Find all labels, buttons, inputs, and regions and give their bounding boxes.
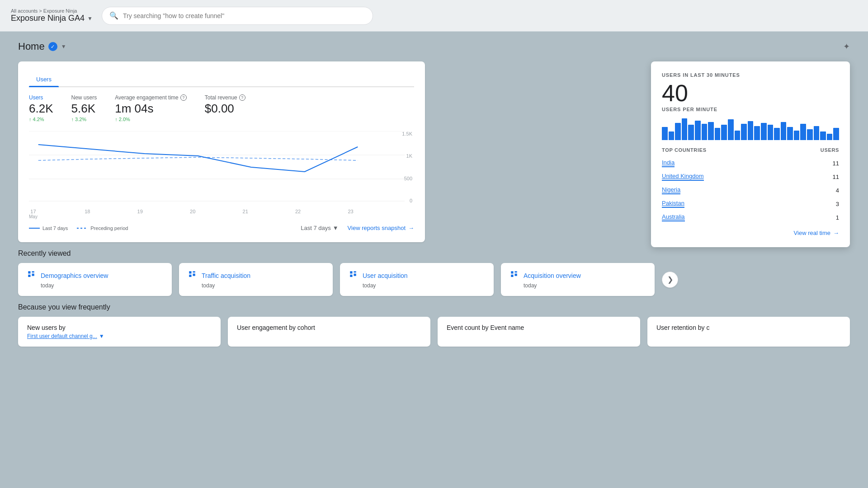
svg-rect-5	[32, 271, 34, 272]
svg-rect-4	[28, 271, 30, 273]
realtime-sub-label: USERS PER MINUTE	[662, 107, 839, 112]
freq-card[interactable]: User retention by c	[647, 317, 850, 347]
chart-area: 1.5K 1K 500 0	[29, 131, 414, 203]
report-name: User acquisition	[363, 272, 408, 279]
carousel-next-button[interactable]: ❯	[662, 272, 678, 288]
countries-list: India 11 United Kingdom 11 Nigeria 4 Pak…	[662, 156, 839, 224]
mini-bar	[774, 128, 780, 140]
page-title: Home	[18, 41, 45, 52]
account-dropdown-arrow[interactable]: ▼	[87, 15, 93, 22]
mini-bar	[695, 121, 701, 140]
mini-bar	[787, 127, 793, 140]
report-card-top: User acquisition	[349, 270, 485, 281]
account-name-text: Exposure Ninja GA4	[11, 14, 85, 23]
x-label-20: 20	[190, 209, 195, 219]
mini-bar	[814, 126, 820, 140]
frequently-viewed-section: Because you view frequently New users by…	[18, 303, 850, 347]
mini-bar	[800, 124, 806, 140]
recently-viewed-card[interactable]: User acquisition today	[340, 263, 494, 296]
metric-new-users-change: ↑ 3.2%	[71, 117, 97, 122]
freq-card[interactable]: New users by First user default channel …	[18, 317, 221, 347]
report-card-top: Demographics overview	[27, 270, 163, 281]
report-name: Traffic acquisition	[202, 272, 250, 279]
tab-users[interactable]: Users	[29, 72, 59, 86]
search-bar[interactable]: 🔍	[102, 7, 373, 25]
x-label-19: 19	[137, 209, 143, 219]
svg-rect-11	[189, 275, 191, 277]
freq-dropdown-arrow: ▼	[99, 333, 104, 339]
freq-card[interactable]: Event count by Event name	[438, 317, 640, 347]
recently-viewed-card[interactable]: Acquisition overview today	[501, 263, 655, 296]
report-date: today	[363, 282, 485, 289]
account-breadcrumb: All accounts > Exposure Ninja	[11, 8, 93, 14]
country-name[interactable]: India	[662, 159, 675, 166]
country-name[interactable]: Pakistan	[662, 200, 684, 206]
svg-rect-19	[511, 275, 513, 277]
mini-bar	[827, 134, 833, 140]
engagement-info-icon[interactable]: ?	[180, 94, 187, 101]
recently-viewed-section: Recently viewed Demographics overview to…	[18, 249, 850, 296]
svg-rect-9	[193, 271, 195, 272]
check-icon: ✓	[48, 42, 57, 51]
recently-viewed-card[interactable]: Demographics overview today	[18, 263, 172, 296]
y-label-1500: 1.5K	[402, 131, 412, 136]
search-input[interactable]	[123, 12, 365, 19]
mini-bar	[754, 126, 760, 140]
country-underline	[662, 207, 684, 208]
revenue-info-icon[interactable]: ?	[239, 94, 245, 101]
report-date: today	[524, 282, 646, 289]
recently-viewed-title: Recently viewed	[18, 249, 850, 258]
tabs-row: Users	[29, 72, 414, 87]
report-name: Acquisition overview	[524, 272, 581, 279]
report-date: today	[202, 282, 324, 289]
country-name[interactable]: Nigeria	[662, 186, 680, 193]
country-name[interactable]: Australia	[662, 213, 685, 220]
svg-rect-10	[193, 274, 195, 276]
y-axis-labels: 1.5K 1K 500 0	[400, 131, 414, 203]
country-count: 11	[833, 160, 839, 167]
report-icon	[349, 270, 357, 281]
country-row: Australia 1	[662, 211, 839, 224]
country-row: Nigeria 4	[662, 183, 839, 197]
report-icon	[510, 270, 518, 281]
search-icon: 🔍	[109, 11, 118, 20]
svg-rect-13	[354, 271, 356, 272]
mini-bar	[761, 123, 767, 140]
account-info: All accounts > Exposure Ninja Exposure N…	[11, 8, 93, 23]
freq-card[interactable]: User engagement by cohort	[228, 317, 430, 347]
countries-header: TOP COUNTRIES USERS	[662, 147, 839, 153]
svg-rect-15	[350, 275, 352, 277]
mini-bar	[682, 118, 688, 140]
country-count: 11	[833, 174, 839, 180]
frequently-viewed-title: Because you view frequently	[18, 303, 850, 311]
mini-bar	[715, 128, 721, 140]
svg-rect-12	[350, 271, 352, 273]
page-header: Home ✓ ▼ ✦	[18, 41, 850, 52]
page-title-dropdown[interactable]: ▼	[61, 43, 66, 50]
legend-last7: Last 7 days	[29, 225, 68, 231]
recently-viewed-card[interactable]: Traffic acquisition today	[179, 263, 333, 296]
legend-line-solid	[29, 228, 40, 229]
y-label-0: 0	[402, 198, 412, 203]
metric-revenue: Total revenue ? $0.00	[205, 94, 245, 122]
view-realtime-link[interactable]: View real time →	[662, 230, 839, 236]
mini-bar	[708, 122, 714, 140]
recently-viewed-cards: Demographics overview today Traffic acqu…	[18, 263, 850, 296]
legend-line-dashed	[77, 228, 88, 229]
mini-bar	[807, 129, 813, 140]
date-range-button[interactable]: Last 7 days ▼	[301, 225, 338, 231]
mini-bar	[741, 124, 747, 140]
metric-new-users-label: New users	[71, 94, 97, 101]
freq-card-title: User engagement by cohort	[237, 324, 421, 331]
mini-bar	[662, 127, 668, 140]
report-card-top: Acquisition overview	[510, 270, 646, 281]
metric-engagement-label: Average engagement time ?	[115, 94, 187, 101]
legend-preceding: Preceding period	[77, 225, 128, 231]
metric-users-label: Users	[29, 94, 53, 101]
customize-icon[interactable]: ✦	[843, 42, 850, 52]
mini-bar	[735, 131, 741, 140]
country-name[interactable]: United Kingdom	[662, 173, 704, 179]
account-name-display[interactable]: Exposure Ninja GA4 ▼	[11, 14, 93, 23]
view-realtime-arrow: →	[833, 230, 839, 236]
view-reports-link[interactable]: View reports snapshot →	[348, 225, 414, 231]
